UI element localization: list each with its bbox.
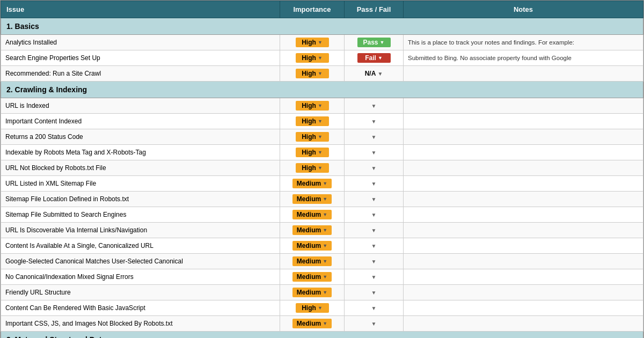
table-row: Returns a 200 Status CodeHigh ▼▼ [1,129,643,145]
importance-cell[interactable]: Medium ▼ [280,192,345,207]
passfail-dropdown-arrow[interactable]: ▼ [371,259,377,264]
importance-cell[interactable]: Medium ▼ [280,207,345,223]
pass-badge[interactable]: Pass ▼ [357,38,391,47]
passfail-cell[interactable]: N/A ▼ [345,66,404,82]
issue-cell: Content Is Available At a Single, Canoni… [1,238,280,254]
importance-cell[interactable]: High ▼ [280,160,345,176]
issue-cell: Indexable by Robots Meta Tag and X-Robot… [1,145,280,160]
importance-cell[interactable]: High ▼ [280,35,345,50]
passfail-dropdown-arrow[interactable]: ▼ [371,305,377,311]
importance-cell[interactable]: Medium ▼ [280,269,345,285]
importance-cell[interactable]: Medium ▼ [280,223,345,238]
importance-cell[interactable]: High ▼ [280,98,345,114]
issue-cell: Google-Selected Canonical Matches User-S… [1,254,280,269]
notes-cell [404,207,643,223]
importance-badge[interactable]: Medium ▼ [292,241,332,251]
table-row: Google-Selected Canonical Matches User-S… [1,254,643,269]
importance-badge[interactable]: Medium ▼ [292,272,332,282]
importance-badge[interactable]: Medium ▼ [292,256,332,266]
passfail-dropdown-arrow[interactable]: ▼ [371,134,377,140]
importance-cell[interactable]: High ▼ [280,114,345,129]
passfail-dropdown-arrow[interactable]: ▼ [371,196,377,202]
passfail-cell[interactable]: ▼ [345,269,404,285]
passfail-cell[interactable]: ▼ [345,98,404,114]
importance-badge[interactable]: High ▼ [296,163,329,173]
importance-cell[interactable]: Medium ▼ [280,285,345,300]
importance-cell[interactable]: High ▼ [280,66,345,82]
importance-badge[interactable]: High ▼ [296,303,329,313]
importance-badge[interactable]: Medium ▼ [292,194,332,204]
importance-dropdown-arrow: ▼ [323,212,327,217]
passfail-dropdown-arrow[interactable]: ▼ [371,274,377,280]
passfail-cell[interactable]: ▼ [345,285,404,300]
importance-dropdown-arrow: ▼ [323,321,327,326]
passfail-dropdown-arrow[interactable]: ▼ [371,212,377,218]
passfail-cell[interactable]: ▼ [345,207,404,223]
importance-cell[interactable]: High ▼ [280,300,345,316]
importance-badge[interactable]: High ▼ [296,38,329,47]
passfail-cell[interactable]: ▼ [345,129,404,145]
passfail-cell[interactable]: ▼ [345,316,404,332]
importance-badge[interactable]: High ▼ [296,101,329,111]
notes-cell: This is a place to track your notes and … [404,35,643,50]
importance-dropdown-arrow: ▼ [318,55,323,61]
passfail-dropdown-arrow[interactable]: ▼ [371,150,377,156]
na-badge[interactable]: N/A ▼ [357,69,391,78]
importance-dropdown-arrow: ▼ [323,227,327,233]
importance-cell[interactable]: High ▼ [280,129,345,145]
passfail-dropdown-arrow[interactable]: ▼ [371,119,377,124]
importance-badge[interactable]: Medium ▼ [292,179,332,188]
passfail-cell[interactable]: ▼ [345,145,404,160]
importance-badge[interactable]: Medium ▼ [292,210,332,219]
passfail-dropdown-arrow[interactable]: ▼ [371,290,377,296]
importance-dropdown-arrow: ▼ [318,40,323,45]
importance-dropdown-arrow: ▼ [318,305,323,311]
passfail-cell[interactable]: ▼ [345,238,404,254]
importance-badge[interactable]: High ▼ [296,53,329,63]
importance-cell[interactable]: High ▼ [280,145,345,160]
importance-badge[interactable]: Medium ▼ [292,225,332,235]
notes-cell [404,192,643,207]
importance-badge[interactable]: High ▼ [296,148,329,157]
passfail-dropdown-arrow[interactable]: ▼ [371,227,377,233]
importance-badge[interactable]: Medium ▼ [292,319,332,328]
table-row: URL Not Blocked by Robots.txt FileHigh ▼… [1,160,643,176]
table-row: Content Can Be Rendered With Basic JavaS… [1,300,643,316]
notes-cell [404,316,643,332]
issue-cell: URL Is Discoverable Via Internal Links/N… [1,223,280,238]
passfail-cell[interactable]: ▼ [345,114,404,129]
passfail-cell[interactable]: ▼ [345,160,404,176]
importance-badge[interactable]: High ▼ [296,132,329,142]
importance-badge[interactable]: Medium ▼ [292,288,332,297]
notes-cell [404,114,643,129]
table-row: Search Engine Properties Set UpHigh ▼Fai… [1,50,643,66]
notes-cell [404,145,643,160]
passfail-dropdown-arrow: ▼ [378,55,383,61]
passfail-cell[interactable]: ▼ [345,192,404,207]
passfail-cell[interactable]: Pass ▼ [345,35,404,50]
importance-cell[interactable]: Medium ▼ [280,176,345,192]
passfail-dropdown-arrow[interactable]: ▼ [371,165,377,171]
issue-cell: Friendly URL Structure [1,285,280,300]
passfail-cell[interactable]: ▼ [345,223,404,238]
importance-badge[interactable]: High ▼ [296,69,329,78]
table-row: URL Listed in XML Sitemap FileMedium ▼▼ [1,176,643,192]
col-header-importance: Importance [280,1,345,18]
passfail-cell[interactable]: ▼ [345,300,404,316]
passfail-dropdown-arrow[interactable]: ▼ [371,321,377,327]
importance-cell[interactable]: Medium ▼ [280,316,345,332]
importance-cell[interactable]: Medium ▼ [280,238,345,254]
fail-badge[interactable]: Fail ▼ [357,53,391,63]
importance-badge[interactable]: High ▼ [296,116,329,126]
importance-cell[interactable]: Medium ▼ [280,254,345,269]
notes-cell [404,129,643,145]
passfail-cell[interactable]: ▼ [345,176,404,192]
issue-cell: Sitemap File Submitted to Search Engines [1,207,280,223]
passfail-dropdown-arrow[interactable]: ▼ [371,181,377,187]
passfail-cell[interactable]: Fail ▼ [345,50,404,66]
passfail-cell[interactable]: ▼ [345,254,404,269]
passfail-dropdown-arrow[interactable]: ▼ [371,243,377,249]
importance-cell[interactable]: High ▼ [280,50,345,66]
notes-cell [404,176,643,192]
passfail-dropdown-arrow[interactable]: ▼ [371,103,377,109]
